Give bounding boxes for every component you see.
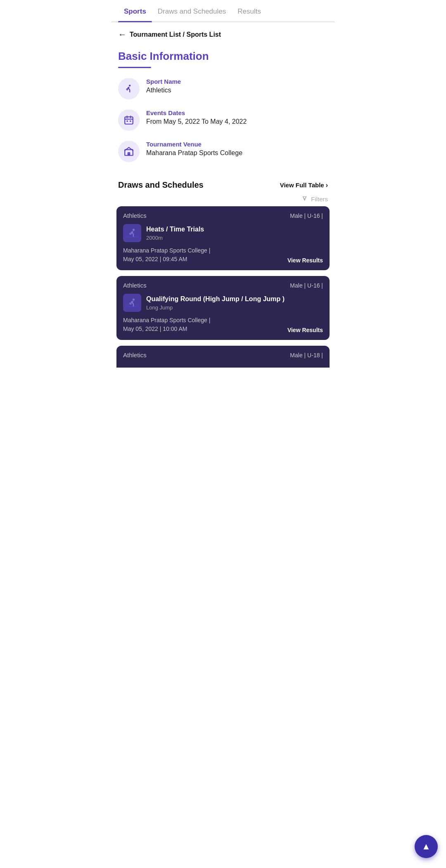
card-2-venue: Maharana Pratap Sports College | [123,316,210,325]
filter-icon[interactable]: ⛛ [301,195,308,203]
basic-info-title: Basic Information [118,50,328,63]
card-3-header: Athletics Male | U-18 | [123,351,323,359]
card-1-view-results[interactable]: View Results [287,257,323,264]
svg-rect-2 [127,120,128,122]
card-2-event-name: Qualifying Round (High Jump / Long Jump … [146,295,285,304]
card-2-category: Male | U-16 | [290,282,323,289]
events-dates-value: From May 5, 2022 To May 4, 2022 [146,117,247,126]
svg-rect-7 [128,153,130,155]
svg-rect-1 [125,117,133,124]
svg-rect-9 [127,237,138,238]
card-2-header: Athletics Male | U-16 | [123,282,323,289]
filters-label[interactable]: Filters [311,196,328,203]
svg-rect-6 [129,152,130,153]
card-1-venue: Maharana Pratap Sports College | [123,246,210,255]
sport-name-value: Athletics [146,86,181,95]
view-full-table-label: View Full Table [280,182,324,189]
tournament-venue-value: Maharana Pratap Sports College [146,149,242,158]
card-2-footer: Maharana Pratap Sports College | May 05,… [123,316,323,333]
tab-results[interactable]: Results [232,0,267,21]
events-dates-label: Events Dates [146,109,247,116]
card-2-event-icon [123,294,141,312]
card-2-datetime: May 05, 2022 | 10:00 AM [123,325,210,333]
basic-info-underline [118,67,151,68]
card-1-footer: Maharana Pratap Sports College | May 05,… [123,246,323,264]
sport-name-row: Sport Name Athletics [118,78,328,99]
card-2-venue-time: Maharana Pratap Sports College | May 05,… [123,316,210,333]
back-arrow-icon[interactable]: ← [118,30,126,39]
events-dates-row: Events Dates From May 5, 2022 To May 4, … [118,109,328,131]
card-2-event-row: Qualifying Round (High Jump / Long Jump … [123,294,323,312]
tournament-venue-icon [118,141,140,162]
card-2-event-info: Qualifying Round (High Jump / Long Jump … [146,295,285,311]
card-1-event-row: Heats / Time Trials 2000m [123,224,323,242]
sport-name-icon [118,78,140,99]
schedule-card-2: Athletics Male | U-16 | Qualifying Round… [116,276,330,340]
tab-bar: Sports Draws and Schedules Results [112,0,334,22]
card-3-category: Male | U-18 | [290,352,323,359]
basic-info-section: Basic Information Sport Name Athletics [112,43,334,162]
card-2-sport-name: Athletics [123,282,147,289]
svg-rect-3 [130,120,131,122]
card-1-event-info: Heats / Time Trials 2000m [146,225,204,241]
svg-rect-5 [128,152,129,153]
card-1-event-name: Heats / Time Trials [146,225,204,234]
card-1-event-sub: 2000m [146,235,204,241]
view-full-table-button[interactable]: View Full Table › [280,182,328,189]
card-1-sport-name: Athletics [123,212,147,219]
card-2-event-sub: Long Jump [146,304,285,311]
chevron-right-icon: › [326,182,328,189]
events-dates-content: Events Dates From May 5, 2022 To May 4, … [146,109,247,126]
tournament-venue-content: Tournament Venue Maharana Pratap Sports … [146,141,242,158]
card-2-view-results[interactable]: View Results [287,327,323,333]
tournament-venue-label: Tournament Venue [146,141,242,148]
card-3-sport-name: Athletics [123,351,147,359]
card-1-datetime: May 05, 2022 | 09:45 AM [123,255,210,264]
svg-rect-11 [127,307,138,307]
tab-draws[interactable]: Draws and Schedules [152,0,232,21]
tab-sports[interactable]: Sports [118,0,152,21]
sport-name-label: Sport Name [146,78,181,85]
card-1-category: Male | U-16 | [290,212,323,219]
svg-point-0 [129,85,130,86]
card-1-event-icon [123,224,141,242]
svg-point-8 [133,229,135,231]
card-1-venue-time: Maharana Pratap Sports College | May 05,… [123,246,210,264]
card-1-header: Athletics Male | U-16 | [123,212,323,219]
breadcrumb[interactable]: ← Tournament List / Sports List [112,22,334,43]
schedule-card-1: Athletics Male | U-16 | Heats / Time Tri… [116,206,330,270]
svg-point-10 [133,299,135,301]
draws-header: Draws and Schedules View Full Table › [112,172,334,193]
events-dates-icon [118,109,140,131]
sport-name-content: Sport Name Athletics [146,78,181,95]
draws-title: Draws and Schedules [118,180,204,190]
schedule-card-3: Athletics Male | U-18 | [116,346,330,368]
tournament-venue-row: Tournament Venue Maharana Pratap Sports … [118,141,328,162]
filters-bar: ⛛ Filters [112,193,334,206]
breadcrumb-text: Tournament List / Sports List [130,31,221,38]
